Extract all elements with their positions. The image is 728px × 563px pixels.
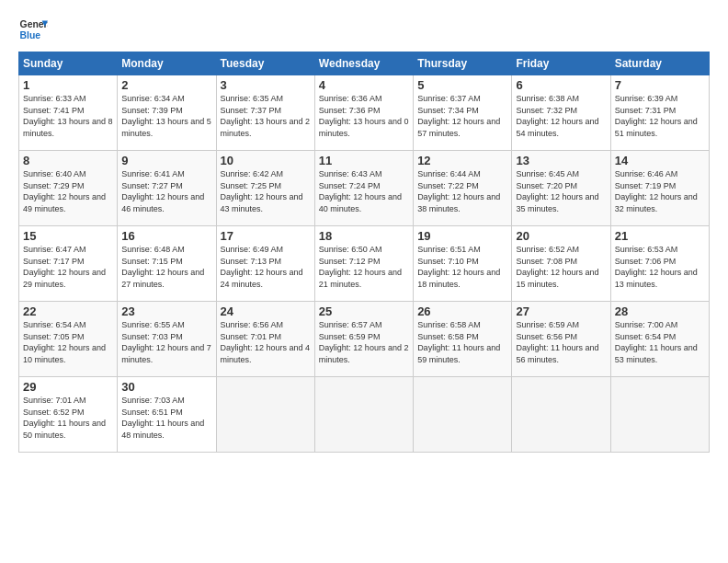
- day-number: 10: [221, 154, 311, 167]
- calendar-cell: 8 Sunrise: 6:40 AMSunset: 7:29 PMDayligh…: [19, 151, 118, 226]
- weekday-header-friday: Friday: [512, 52, 610, 75]
- calendar-cell: 9 Sunrise: 6:41 AMSunset: 7:27 PMDayligh…: [118, 151, 216, 226]
- weekday-header-saturday: Saturday: [610, 52, 709, 75]
- day-number: 26: [417, 304, 507, 318]
- day-info: Sunrise: 6:52 AMSunset: 7:08 PMDaylight:…: [516, 244, 606, 290]
- calendar-cell: 29 Sunrise: 7:01 AMSunset: 6:52 PMDaylig…: [19, 377, 118, 453]
- day-number: 5: [417, 78, 507, 92]
- day-info: Sunrise: 6:34 AMSunset: 7:39 PMDaylight:…: [121, 93, 211, 139]
- day-number: 29: [23, 380, 113, 394]
- day-info: Sunrise: 6:48 AMSunset: 7:15 PMDaylight:…: [121, 244, 211, 290]
- day-number: 3: [221, 78, 311, 92]
- day-info: Sunrise: 6:46 AMSunset: 7:19 PMDaylight:…: [615, 168, 705, 214]
- svg-text:Blue: Blue: [20, 30, 41, 40]
- day-info: Sunrise: 6:42 AMSunset: 7:25 PMDaylight:…: [221, 168, 311, 214]
- day-number: 16: [121, 229, 211, 243]
- day-number: 20: [516, 229, 606, 243]
- day-info: Sunrise: 6:55 AMSunset: 7:03 PMDaylight:…: [121, 319, 211, 365]
- day-number: 17: [221, 229, 311, 243]
- calendar-cell: 3 Sunrise: 6:35 AMSunset: 7:37 PMDayligh…: [216, 75, 314, 151]
- day-number: 14: [615, 154, 705, 167]
- calendar-week-2: 8 Sunrise: 6:40 AMSunset: 7:29 PMDayligh…: [19, 151, 710, 226]
- day-info: Sunrise: 7:03 AMSunset: 6:51 PMDaylight:…: [121, 395, 211, 441]
- day-info: Sunrise: 6:49 AMSunset: 7:13 PMDaylight:…: [221, 244, 311, 290]
- day-info: Sunrise: 6:54 AMSunset: 7:05 PMDaylight:…: [23, 319, 113, 365]
- day-info: Sunrise: 6:33 AMSunset: 7:41 PMDaylight:…: [23, 93, 113, 139]
- calendar-cell: 22 Sunrise: 6:54 AMSunset: 7:05 PMDaylig…: [19, 302, 118, 377]
- calendar-cell: 10 Sunrise: 6:42 AMSunset: 7:25 PMDaylig…: [216, 151, 314, 226]
- calendar-cell: 21 Sunrise: 6:53 AMSunset: 7:06 PMDaylig…: [610, 226, 709, 302]
- calendar-table: SundayMondayTuesdayWednesdayThursdayFrid…: [18, 52, 710, 453]
- day-info: Sunrise: 7:00 AMSunset: 6:54 PMDaylight:…: [615, 319, 705, 365]
- calendar-cell: 6 Sunrise: 6:38 AMSunset: 7:32 PMDayligh…: [512, 75, 610, 151]
- calendar-cell: [610, 377, 709, 453]
- logo: General Blue: [18, 15, 48, 44]
- day-info: Sunrise: 6:51 AMSunset: 7:10 PMDaylight:…: [417, 244, 507, 290]
- calendar-cell: 26 Sunrise: 6:58 AMSunset: 6:58 PMDaylig…: [414, 302, 512, 377]
- day-number: 13: [516, 154, 606, 167]
- calendar-cell: 19 Sunrise: 6:51 AMSunset: 7:10 PMDaylig…: [414, 226, 512, 302]
- day-number: 25: [319, 304, 409, 318]
- day-info: Sunrise: 6:56 AMSunset: 7:01 PMDaylight:…: [221, 319, 311, 365]
- calendar-cell: 1 Sunrise: 6:33 AMSunset: 7:41 PMDayligh…: [19, 75, 118, 151]
- calendar-cell: 4 Sunrise: 6:36 AMSunset: 7:36 PMDayligh…: [314, 75, 413, 151]
- day-info: Sunrise: 6:44 AMSunset: 7:22 PMDaylight:…: [417, 168, 507, 214]
- calendar-cell: 30 Sunrise: 7:03 AMSunset: 6:51 PMDaylig…: [118, 377, 216, 453]
- day-info: Sunrise: 6:35 AMSunset: 7:37 PMDaylight:…: [221, 93, 311, 139]
- calendar-cell: 7 Sunrise: 6:39 AMSunset: 7:31 PMDayligh…: [610, 75, 709, 151]
- day-info: Sunrise: 6:38 AMSunset: 7:32 PMDaylight:…: [516, 93, 606, 139]
- calendar-cell: 24 Sunrise: 6:56 AMSunset: 7:01 PMDaylig…: [216, 302, 314, 377]
- calendar-cell: 18 Sunrise: 6:50 AMSunset: 7:12 PMDaylig…: [314, 226, 413, 302]
- day-number: 19: [417, 229, 507, 243]
- day-info: Sunrise: 6:47 AMSunset: 7:17 PMDaylight:…: [23, 244, 113, 290]
- calendar-cell: 15 Sunrise: 6:47 AMSunset: 7:17 PMDaylig…: [19, 226, 118, 302]
- calendar-cell: 23 Sunrise: 6:55 AMSunset: 7:03 PMDaylig…: [118, 302, 216, 377]
- day-info: Sunrise: 6:45 AMSunset: 7:20 PMDaylight:…: [516, 168, 606, 214]
- calendar-cell: 2 Sunrise: 6:34 AMSunset: 7:39 PMDayligh…: [118, 75, 216, 151]
- page-header: General Blue: [18, 15, 710, 44]
- calendar-week-1: 1 Sunrise: 6:33 AMSunset: 7:41 PMDayligh…: [19, 75, 710, 151]
- calendar-cell: [512, 377, 610, 453]
- day-number: 4: [319, 78, 409, 92]
- calendar-cell: 20 Sunrise: 6:52 AMSunset: 7:08 PMDaylig…: [512, 226, 610, 302]
- calendar-cell: 11 Sunrise: 6:43 AMSunset: 7:24 PMDaylig…: [314, 151, 413, 226]
- logo-icon: General Blue: [18, 15, 48, 44]
- day-number: 6: [516, 78, 606, 92]
- calendar-cell: 12 Sunrise: 6:44 AMSunset: 7:22 PMDaylig…: [414, 151, 512, 226]
- day-info: Sunrise: 6:37 AMSunset: 7:34 PMDaylight:…: [417, 93, 507, 139]
- day-number: 8: [23, 154, 113, 167]
- day-info: Sunrise: 6:39 AMSunset: 7:31 PMDaylight:…: [615, 93, 705, 139]
- day-number: 15: [23, 229, 113, 243]
- day-number: 1: [23, 78, 113, 92]
- calendar-cell: [414, 377, 512, 453]
- weekday-header-row: SundayMondayTuesdayWednesdayThursdayFrid…: [19, 52, 710, 75]
- day-number: 24: [221, 304, 311, 318]
- day-info: Sunrise: 6:41 AMSunset: 7:27 PMDaylight:…: [121, 168, 211, 214]
- calendar-cell: 5 Sunrise: 6:37 AMSunset: 7:34 PMDayligh…: [414, 75, 512, 151]
- calendar-cell: 28 Sunrise: 7:00 AMSunset: 6:54 PMDaylig…: [610, 302, 709, 377]
- day-info: Sunrise: 6:50 AMSunset: 7:12 PMDaylight:…: [319, 244, 409, 290]
- day-number: 11: [319, 154, 409, 167]
- weekday-header-sunday: Sunday: [19, 52, 118, 75]
- calendar-week-3: 15 Sunrise: 6:47 AMSunset: 7:17 PMDaylig…: [19, 226, 710, 302]
- calendar-cell: 14 Sunrise: 6:46 AMSunset: 7:19 PMDaylig…: [610, 151, 709, 226]
- calendar-cell: 17 Sunrise: 6:49 AMSunset: 7:13 PMDaylig…: [216, 226, 314, 302]
- calendar-cell: [216, 377, 314, 453]
- day-number: 9: [121, 154, 211, 167]
- day-info: Sunrise: 6:40 AMSunset: 7:29 PMDaylight:…: [23, 168, 113, 214]
- calendar-cell: [314, 377, 413, 453]
- day-number: 23: [121, 304, 211, 318]
- day-number: 18: [319, 229, 409, 243]
- weekday-header-monday: Monday: [118, 52, 216, 75]
- weekday-header-tuesday: Tuesday: [216, 52, 314, 75]
- day-info: Sunrise: 6:36 AMSunset: 7:36 PMDaylight:…: [319, 93, 409, 139]
- calendar-cell: 16 Sunrise: 6:48 AMSunset: 7:15 PMDaylig…: [118, 226, 216, 302]
- weekday-header-wednesday: Wednesday: [314, 52, 413, 75]
- day-number: 2: [121, 78, 211, 92]
- calendar-week-4: 22 Sunrise: 6:54 AMSunset: 7:05 PMDaylig…: [19, 302, 710, 377]
- day-info: Sunrise: 6:43 AMSunset: 7:24 PMDaylight:…: [319, 168, 409, 214]
- day-number: 30: [121, 380, 211, 394]
- calendar-cell: 25 Sunrise: 6:57 AMSunset: 6:59 PMDaylig…: [314, 302, 413, 377]
- day-info: Sunrise: 6:53 AMSunset: 7:06 PMDaylight:…: [615, 244, 705, 290]
- weekday-header-thursday: Thursday: [414, 52, 512, 75]
